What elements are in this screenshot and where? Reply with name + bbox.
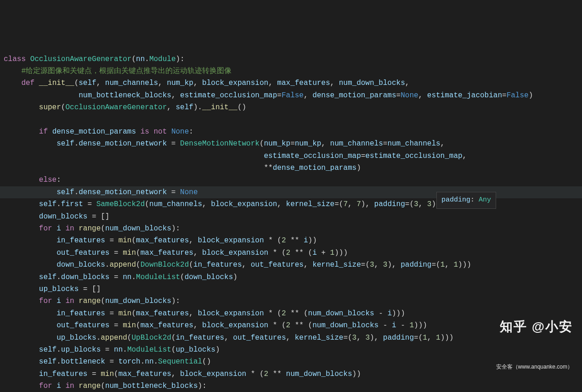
code-line: self.up_blocks = nn.ModuleList(up_blocks… xyxy=(4,346,220,354)
code-line: num_bottleneck_blocks, estimate_occlusio… xyxy=(4,91,533,100)
code-line: #给定源图像和关键点，根据由关键点推导出的运动轨迹转换图像 xyxy=(4,67,232,75)
class-name: OcclusionAwareGenerator xyxy=(30,55,132,63)
code-line: out_features = min(max_features, block_e… xyxy=(4,321,427,330)
comment: #给定源图像和关键点，根据由关键点推导出的运动轨迹转换图像 xyxy=(21,67,232,75)
code-line: else: xyxy=(4,176,61,184)
code-line: self.dense_motion_network = DenseMotionN… xyxy=(4,140,445,148)
code-line: for i in range(num_down_blocks): xyxy=(4,297,180,305)
code-line: in_features = min(max_features, block_ex… xyxy=(4,236,317,245)
code-line: for i in range(num_down_blocks): xyxy=(4,224,180,233)
code-line: super(OcclusionAwareGenerator, self).__i… xyxy=(4,103,246,112)
code-line: **dense_motion_params) xyxy=(4,164,361,172)
code-line: out_features = min(max_features, block_e… xyxy=(4,249,348,257)
code-line-highlighted: self.dense_motion_network = None xyxy=(0,186,582,198)
code-line: for i in range(num_bottleneck_blocks): xyxy=(4,382,207,390)
code-line: if dense_motion_params is not None: xyxy=(4,128,193,136)
code-line: up_blocks = [] xyxy=(4,285,101,293)
code-editor[interactable]: class OcclusionAwareGenerator(nn.Module)… xyxy=(4,53,582,392)
blank-line xyxy=(4,116,8,124)
code-line: estimate_occlusion_map=estimate_occlusio… xyxy=(4,152,467,160)
code-line: up_blocks.append(UpBlock2d(in_features, … xyxy=(4,334,453,342)
code-line: class OcclusionAwareGenerator(nn.Module)… xyxy=(4,55,185,63)
code-line: self.first = SameBlock2d(num_channels, b… xyxy=(4,200,441,208)
code-line: down_blocks = [] xyxy=(4,213,109,221)
code-line: in_features = min(max_features, block_ex… xyxy=(4,370,361,378)
code-line: in_features = min(max_features, block_ex… xyxy=(4,309,405,318)
code-line: down_blocks.append(DownBlock2d(in_featur… xyxy=(4,261,471,269)
code-line: self.down_blocks = nn.ModuleList(down_bl… xyxy=(4,273,237,281)
code-line: self.bottleneck = torch.nn.Sequential() xyxy=(4,358,211,366)
keyword-class: class xyxy=(4,55,26,63)
code-line: def __init__(self, num_channels, num_kp,… xyxy=(4,79,409,87)
